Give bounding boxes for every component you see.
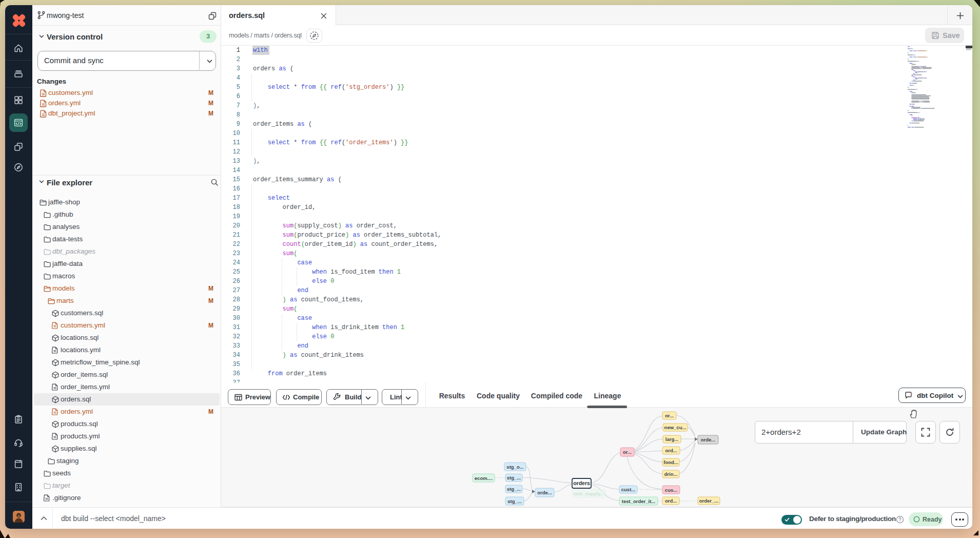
svg-text:stg_...: stg_... (507, 498, 521, 504)
svg-text:cust...: cust... (621, 487, 635, 492)
svg-text:order_...: order_... (699, 498, 719, 504)
svg-text:ord...: ord... (665, 448, 677, 453)
svg-text:orde...: orde... (701, 437, 716, 443)
svg-text:test_order_it...: test_order_it... (622, 498, 655, 504)
svg-text:food...: food... (663, 459, 678, 465)
svg-text:cus...: cus... (665, 487, 677, 493)
svg-text:or...: or... (665, 413, 674, 418)
svg-text:test_supply...: test_supply... (574, 491, 604, 496)
svg-text:stg_o...: stg_o... (506, 464, 523, 470)
svg-text:or...: or... (623, 449, 632, 455)
svg-text:stg_...: stg_... (507, 486, 521, 492)
svg-text:ecom....: ecom.... (475, 475, 493, 481)
svg-text:orde...: orde... (537, 490, 552, 495)
svg-text:orders: orders (573, 480, 590, 486)
svg-text:ord...: ord... (665, 498, 677, 504)
svg-text:new_cu...: new_cu... (664, 425, 687, 430)
svg-text:stg_...: stg_... (507, 475, 521, 481)
svg-text:drin...: drin... (664, 471, 678, 477)
svg-text:larg...: larg... (665, 436, 678, 442)
